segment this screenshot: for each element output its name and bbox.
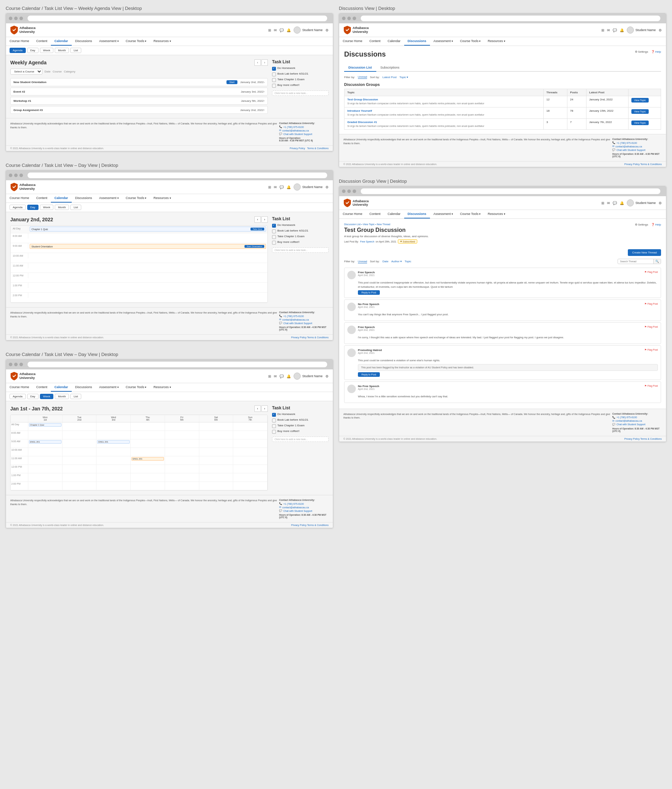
disc-tab-subscriptions[interactable]: Subscriptions [376,64,404,72]
sub-nav-day-btn[interactable]: Day [27,48,38,53]
sub-nav-day-btn-2[interactable]: Day [27,204,38,210]
flag-post-2[interactable]: ⚑ Flag Post [645,326,658,328]
flag-post-1[interactable]: ⚑ Flag Post [645,303,658,305]
nav-course-home-1[interactable]: Course Home [6,37,33,46]
privacy-link-5[interactable]: Privacy Policy [624,438,640,440]
sub-nav-week-btn[interactable]: Week [40,48,53,53]
nav-resources-5[interactable]: Resources [484,210,509,219]
sub-nav-list-btn-2[interactable]: List [70,204,81,210]
message-icon-5[interactable]: ✉ [607,201,610,205]
chat-icon-2[interactable]: 💬 [279,185,284,189]
take-quiz-btn[interactable]: Take Quiz [250,228,264,230]
task-checkbox-3[interactable] [272,84,276,88]
chat-icon-3[interactable]: 💬 [279,374,284,378]
next-arrow-day[interactable]: › [261,216,268,223]
terms-link-3[interactable]: Terms & Conditions [307,524,329,526]
reply-btn-0[interactable]: Reply to Post [358,290,380,295]
create-thread-btn[interactable]: Create New Thread [628,249,661,256]
flag-post-4[interactable]: ⚑ Flag Post [645,385,658,387]
dg-sort-author[interactable]: Author ▾ [391,260,402,263]
chat-link-2[interactable]: 💬 Chat with Student Support [279,322,329,324]
task-cb-day-1[interactable] [272,229,276,233]
task-cb-wk-0[interactable] [272,413,276,417]
privacy-link-1[interactable]: Privacy Policy [290,147,305,150]
grid-icon-2[interactable]: ⊞ [268,185,271,189]
sub-nav-day-btn-3[interactable]: Day [27,394,38,399]
sub-nav-agenda-btn[interactable]: Agenda [10,48,26,53]
grid-icon-5[interactable]: ⊞ [601,201,604,205]
nav-course-tools-2[interactable]: Course Tools [122,194,150,203]
chat-link-4[interactable]: 💬 Chat with Student Support [612,149,662,151]
nav-course-tools-4[interactable]: Course Tools [457,37,484,46]
task-cb-day-2[interactable] [272,235,276,239]
message-icon-4[interactable]: ✉ [607,28,610,32]
nav-content-3[interactable]: Content [33,383,51,392]
sub-nav-agenda-btn-2[interactable]: Agenda [10,204,26,210]
dg-search-icon[interactable]: 🔍 [653,259,661,264]
nav-calendar-3[interactable]: Calendar [51,383,72,392]
privacy-link-4[interactable]: Privacy Policy [624,163,640,165]
filter-unread-link[interactable]: Unread [358,75,367,79]
nav-discussions-2[interactable]: Discussions [72,194,96,203]
nav-resources-4[interactable]: Resources [484,37,509,46]
terms-link-1[interactable]: Terms & Conditions [307,147,329,150]
nav-resources-3[interactable]: Resources [150,383,174,392]
dg-search-input[interactable] [618,259,653,264]
add-task-btn-2[interactable]: Click here to add a new task... [272,248,329,253]
last-post-author[interactable]: Free Speech [360,240,374,243]
task-cb-day-0[interactable] [272,224,276,228]
sub-nav-week-btn-3[interactable]: Week [40,394,53,399]
disc-topic-link-0[interactable]: Test Group Discussion [347,98,541,101]
privacy-link-3[interactable]: Privacy Policy [291,524,307,526]
sub-nav-month-btn[interactable]: Month [55,48,69,53]
course-filter[interactable]: Select a Course [10,69,42,75]
view-topic-btn-2[interactable]: View Topic [631,121,649,125]
dg-help-btn[interactable]: ❓ Help [651,223,661,226]
disc-topic-link-2[interactable]: Graded Discussion #1 [347,121,541,124]
nav-discussions-5[interactable]: Discussions [404,210,430,219]
chat-link-3[interactable]: 💬 Chat with Student Support [279,509,329,512]
nav-discussions-4[interactable]: Discussions [404,37,430,46]
grid-icon[interactable]: ⊞ [268,28,271,32]
chat-icon-5[interactable]: 💬 [613,201,617,205]
disc-help-btn[interactable]: ❓ Help [651,50,661,53]
nav-content-5[interactable]: Content [366,210,384,219]
flag-post-0[interactable]: ⚑ Flag Post [645,271,658,274]
nav-course-home-3[interactable]: Course Home [6,383,33,392]
nav-course-home-2[interactable]: Course Home [6,194,33,203]
user-area-4[interactable]: Student Name [627,27,656,34]
task-cb-day-3[interactable] [272,241,276,244]
nav-calendar-5[interactable]: Calendar [384,210,404,219]
message-icon-2[interactable]: ✉ [274,185,277,189]
next-arrow[interactable]: › [261,59,268,66]
bell-icon-2[interactable]: 🔔 [287,185,291,189]
nav-resources-2[interactable]: Resources [150,194,174,203]
add-task-btn-1[interactable]: Click here to add a new task... [272,91,329,96]
nav-course-home-4[interactable]: Course Home [339,37,366,46]
bell-icon-3[interactable]: 🔔 [287,374,291,378]
nav-assessment-3[interactable]: Assessment [96,383,122,392]
sort-latest-link[interactable]: Latest Post [383,76,397,79]
gear-icon-3[interactable]: ⚙ [325,374,329,378]
nav-content-4[interactable]: Content [366,37,384,46]
nav-course-tools-1[interactable]: Course Tools [122,37,150,46]
gear-icon-1[interactable]: ⚙ [325,28,329,32]
task-cb-wk-2[interactable] [272,424,276,428]
nav-course-home-5[interactable]: Course Home [339,210,366,219]
start-orientation-btn[interactable]: Start [226,80,237,84]
view-topic-btn-0[interactable]: View Topic [631,98,649,102]
add-task-btn-3[interactable]: Click here to add a new task... [272,436,329,442]
chat-icon-4[interactable]: 💬 [613,28,617,32]
prev-arrow-week[interactable]: ‹ [255,406,261,412]
nav-calendar-2[interactable]: Calendar [51,194,72,203]
dg-sort-date[interactable]: Date [383,260,389,263]
sub-nav-week-btn-2[interactable]: Week [40,204,53,210]
message-icon[interactable]: ✉ [274,28,277,32]
nav-content-1[interactable]: Content [33,37,51,46]
sort-topic-link[interactable]: Topic ▾ [400,76,408,79]
terms-link-5[interactable]: Terms & Conditions [640,438,662,440]
prev-arrow[interactable]: ‹ [255,59,261,66]
sub-nav-list-btn[interactable]: List [70,48,81,53]
message-icon-3[interactable]: ✉ [274,374,277,378]
dg-settings-btn[interactable]: ⚙ Settings [635,223,648,226]
